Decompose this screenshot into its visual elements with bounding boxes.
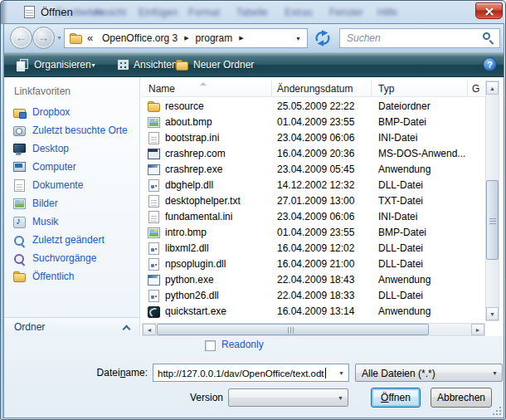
horizontal-scrollbar-thumb[interactable] (157, 324, 429, 335)
table-row[interactable]: python26.dll22.04.2009 18:33DLL-Datei (142, 288, 485, 304)
file-type: MS-DOS-Anwend... (378, 148, 465, 159)
file-date: 16.04.2009 21:00 (277, 258, 354, 270)
bmp-image-icon (147, 115, 160, 129)
readonly-checkbox[interactable] (205, 340, 216, 351)
filename-input[interactable]: http://127.0.0.1/dav/OpenOffice/text.odt (153, 364, 349, 382)
file-list-header: Name Änderungsdatum Typ G (142, 81, 485, 97)
help-button[interactable]: ? (483, 57, 497, 71)
version-select[interactable] (228, 388, 348, 407)
table-row[interactable]: crashrep.com16.04.2009 20:36MS-DOS-Anwen… (142, 146, 485, 162)
text-file-icon (147, 194, 160, 208)
dialog-client-area: OpenOffice.org 3program Suchen Organisie… (4, 24, 504, 418)
file-date: 01.04.2009 23:55 (277, 116, 354, 128)
search-input[interactable]: Suchen (339, 28, 500, 48)
table-row[interactable]: resource25.05.2009 22:22Dateiordner (142, 99, 485, 115)
file-type: DLL-Datei (378, 179, 423, 191)
title-bar[interactable]: BearbeitenAnsichtEinfügenFormatTabelleEx… (1, 1, 505, 24)
chevron-up-icon (123, 325, 131, 334)
forward-button[interactable] (32, 27, 55, 49)
vertical-scrollbar[interactable] (485, 81, 499, 321)
scroll-up-button[interactable] (486, 81, 499, 95)
nav-history-dropdown-icon[interactable] (56, 35, 62, 41)
column-header-type[interactable]: Typ (372, 81, 468, 97)
file-type: BMP-Datei (378, 116, 426, 128)
breadcrumb-separator-icon[interactable] (236, 35, 246, 42)
forward-arrow-icon (33, 31, 54, 44)
vertical-scrollbar-thumb[interactable] (486, 180, 499, 260)
table-row[interactable]: quickstart.exe16.04.2009 13:14Anwendung (142, 304, 485, 320)
text-file-icon (147, 210, 160, 223)
sidebar-item-öffentlich[interactable]: Öffentlich (4, 268, 139, 286)
background-menu-item: Hilfe (377, 7, 397, 18)
breadcrumb-separator-icon[interactable] (182, 35, 191, 42)
resize-grip[interactable] (492, 406, 502, 416)
table-row[interactable]: crashrep.exe23.04.2009 05:45Anwendung (142, 162, 485, 178)
quickstart-app-icon (147, 305, 160, 318)
file-name: crashrep.exe (165, 164, 222, 175)
column-header-size[interactable]: G (468, 81, 485, 97)
table-row[interactable]: intro.bmp01.04.2009 23:55BMP-Datei (142, 225, 485, 241)
favorites-header: Linkfavoriten (14, 85, 71, 97)
bmp-image-icon (147, 226, 160, 239)
close-button[interactable] (475, 2, 503, 19)
breadcrumb-bar[interactable]: OpenOffice.org 3program (64, 28, 308, 48)
background-menu-item: Extras (285, 7, 313, 18)
table-row[interactable]: fundamental.ini23.04.2009 06:06INI-Datei (142, 209, 485, 225)
file-type: INI-Datei (378, 132, 417, 144)
open-button[interactable]: Öffnen (371, 388, 421, 408)
views-label: Ansichten (134, 59, 178, 71)
file-name: dbghelp.dll (165, 179, 213, 191)
column-header-date[interactable]: Änderungsdatum (272, 81, 372, 97)
file-name: bootstrap.ini (165, 132, 219, 144)
sidebar-item-desktop[interactable]: Desktop (4, 140, 139, 159)
sidebar-item-dokumente[interactable]: Dokumente (4, 177, 139, 195)
file-date: 14.12.2002 12:32 (277, 179, 354, 191)
breadcrumb-item[interactable]: OpenOffice.org 3 (98, 32, 182, 44)
table-row[interactable]: bootstrap.ini23.04.2009 06:06INI-Datei (142, 130, 485, 146)
sidebar-item-zuletzt-geändert[interactable]: Zuletzt geändert (4, 232, 139, 250)
scroll-left-button[interactable] (143, 324, 156, 335)
horizontal-scrollbar[interactable] (142, 323, 485, 336)
table-row[interactable]: dbghelp.dll14.12.2002 12:32DLL-Datei (142, 178, 485, 193)
file-name: desktophelper.txt (165, 195, 241, 207)
breadcrumb-dropdown-icon[interactable] (295, 36, 301, 42)
table-row[interactable]: about.bmp01.04.2009 23:55BMP-Datei (142, 115, 485, 130)
sidebar-item-zuletzt-besuchte-orte[interactable]: Zuletzt besuchte Orte (4, 122, 139, 140)
music-icon (12, 215, 26, 228)
glass-edge-shadow (1, 1, 7, 24)
sidebar-item-bilder[interactable]: Bilder (4, 195, 139, 213)
column-header-name[interactable]: Name (142, 81, 272, 97)
background-menu-item: Einfügen (139, 7, 178, 18)
cancel-button[interactable]: Abbrechen (431, 388, 492, 408)
recently-changed-icon (12, 233, 26, 247)
table-row[interactable]: libxml2.dll16.04.2009 12:02DLL-Datei (142, 241, 485, 256)
app-icon (147, 163, 160, 176)
chevron-down-icon[interactable] (338, 370, 344, 376)
refresh-button[interactable] (312, 29, 335, 47)
sidebar-item-suchvorgänge[interactable]: Suchvorgänge (4, 250, 139, 268)
background-menu-item: Fenster (329, 7, 363, 18)
scroll-down-button[interactable] (486, 307, 499, 320)
scroll-right-button[interactable] (471, 324, 484, 335)
sidebar-item-computer[interactable]: Computer (4, 159, 139, 177)
file-name: libxml2.dll (165, 242, 209, 254)
table-row[interactable]: python.exe22.04.2009 18:43Anwendung (142, 272, 485, 288)
file-date: 22.04.2009 18:43 (277, 274, 354, 286)
dll-file-icon (147, 178, 160, 192)
background-menu-item: Tabelle (236, 7, 268, 18)
table-row[interactable]: desktophelper.txt27.01.2009 13:00TXT-Dat… (142, 193, 485, 209)
msdos-app-icon (147, 147, 160, 160)
file-type: DLL-Datei (378, 242, 423, 254)
breadcrumb-overflow-icon[interactable] (87, 32, 93, 44)
back-button[interactable] (10, 27, 32, 49)
table-row[interactable]: npsoplugin.dll16.04.2009 21:00DLL-Datei (142, 256, 485, 272)
sidebar-item-musik[interactable]: Musik (4, 213, 139, 232)
file-date: 23.04.2009 06:06 (277, 132, 354, 144)
public-folder-icon (12, 270, 26, 283)
breadcrumb-item[interactable]: program (192, 32, 237, 44)
folders-expander[interactable]: Ordner (4, 317, 139, 336)
sidebar-item-dropbox[interactable]: Dropbox (4, 104, 139, 122)
sidebar-item-label: Bilder (32, 198, 58, 209)
file-name: about.bmp (165, 116, 212, 128)
filetype-select[interactable]: Alle Dateien (*.*) (355, 364, 503, 382)
